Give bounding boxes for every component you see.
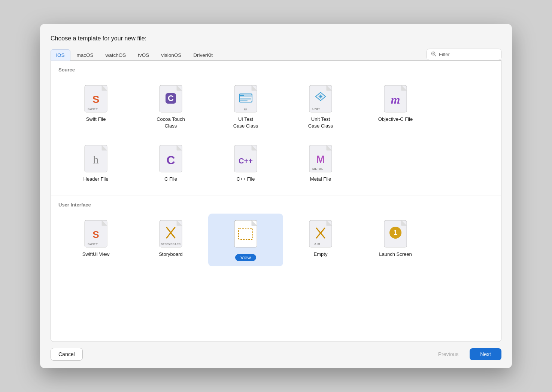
- svg-text:METAL: METAL: [312, 167, 323, 171]
- storyboard-label: Storyboard: [159, 251, 183, 258]
- svg-text:C++: C++: [239, 157, 253, 165]
- ui-section: User Interface S SWIFT SwiftUI View: [51, 196, 501, 274]
- tab-macos[interactable]: macOS: [71, 49, 99, 61]
- filter-input[interactable]: [439, 52, 491, 57]
- objective-c-icon: m: [382, 84, 409, 114]
- svg-text:STORYBOARD: STORYBOARD: [161, 243, 181, 245]
- tab-driverkit[interactable]: DriverKit: [188, 49, 218, 61]
- svg-text:UNIT: UNIT: [312, 107, 320, 111]
- ui-test-label: UI TestCase Class: [233, 116, 258, 129]
- filter-box[interactable]: [427, 49, 501, 60]
- empty-icon: XIB: [307, 219, 334, 249]
- svg-line-1: [435, 55, 436, 56]
- header-file-item[interactable]: h Header File: [58, 138, 133, 188]
- content-area: Source S SWIFT Swift File: [51, 61, 501, 342]
- ui-test-icon: UI: [232, 84, 259, 114]
- ui-items-grid: S SWIFT SwiftUI View: [58, 214, 494, 266]
- objective-c-item[interactable]: m Objective-C File: [358, 79, 433, 135]
- launch-screen-item[interactable]: 1 Launch Screen: [358, 214, 433, 266]
- view-item[interactable]: View: [208, 214, 283, 266]
- svg-text:XIB: XIB: [314, 242, 321, 246]
- objective-c-label: Objective-C File: [378, 116, 413, 123]
- swiftui-view-label: SwiftUI View: [82, 251, 110, 258]
- svg-rect-15: [240, 98, 251, 99]
- c-file-item[interactable]: C C File: [133, 138, 208, 188]
- view-icon: [232, 219, 259, 249]
- metal-file-item[interactable]: M METAL Metal File: [283, 138, 358, 188]
- filter-icon: [431, 51, 437, 58]
- cpp-file-icon: C++: [232, 144, 259, 174]
- header-file-icon: h: [82, 144, 109, 174]
- cocoa-touch-item[interactable]: C Cocoa TouchClass: [133, 79, 208, 135]
- unit-test-item[interactable]: UNIT Unit TestCase Class: [283, 79, 358, 135]
- launch-screen-label: Launch Screen: [379, 251, 412, 258]
- tab-visionos[interactable]: visionOS: [155, 49, 187, 61]
- svg-rect-16: [240, 100, 248, 101]
- footer-right: Previous Next: [431, 348, 501, 360]
- swiftui-view-icon: S SWIFT: [82, 219, 109, 249]
- cocoa-touch-icon: C: [157, 84, 184, 114]
- swiftui-view-item[interactable]: S SWIFT SwiftUI View: [58, 214, 133, 266]
- previous-button: Previous: [431, 348, 466, 360]
- next-button[interactable]: Next: [470, 348, 501, 360]
- dialog-title: Choose a template for your new file:: [51, 35, 501, 42]
- storyboard-item[interactable]: STORYBOARD Storyboard: [133, 214, 208, 266]
- storyboard-icon: STORYBOARD: [157, 219, 184, 249]
- empty-label: Empty: [314, 251, 328, 258]
- metal-file-icon: M METAL: [307, 144, 334, 174]
- svg-text:h: h: [93, 153, 99, 166]
- tabs-container: iOS macOS watchOS tvOS visionOS DriverKi…: [51, 49, 427, 60]
- cancel-button[interactable]: Cancel: [51, 348, 83, 361]
- tab-bar: iOS macOS watchOS tvOS visionOS DriverKi…: [51, 49, 501, 61]
- metal-file-label: Metal File: [310, 176, 331, 183]
- svg-text:M: M: [316, 153, 325, 165]
- svg-text:UI: UI: [244, 108, 248, 111]
- empty-item[interactable]: XIB Empty: [283, 214, 358, 266]
- svg-text:C: C: [168, 94, 174, 103]
- ui-test-item[interactable]: UI UI TestCase Class: [208, 79, 283, 135]
- svg-point-19: [319, 95, 322, 98]
- footer: Cancel Previous Next: [51, 342, 501, 361]
- tab-tvos[interactable]: tvOS: [132, 49, 155, 61]
- svg-text:S: S: [92, 229, 99, 240]
- svg-text:S: S: [92, 94, 100, 105]
- source-section: Source S SWIFT Swift File: [51, 61, 501, 196]
- svg-rect-14: [240, 95, 244, 96]
- svg-text:SWIFT: SWIFT: [88, 242, 98, 246]
- unit-test-icon: UNIT: [307, 84, 334, 114]
- unit-test-label: Unit TestCase Class: [308, 116, 333, 129]
- cocoa-touch-label: Cocoa TouchClass: [157, 116, 185, 129]
- header-file-label: Header File: [83, 176, 108, 183]
- swift-file-item[interactable]: S SWIFT Swift File: [58, 79, 133, 135]
- ui-section-title: User Interface: [58, 202, 494, 208]
- c-file-label: C File: [164, 176, 177, 183]
- swift-file-icon: S SWIFT: [82, 84, 109, 114]
- cpp-file-item[interactable]: C++ C++ File: [208, 138, 283, 188]
- c-file-icon: C: [157, 144, 184, 174]
- tab-ios[interactable]: iOS: [51, 49, 70, 61]
- svg-text:C: C: [166, 153, 175, 167]
- view-selected-label: View: [235, 254, 256, 261]
- cpp-file-label: C++ File: [236, 176, 255, 183]
- tab-watchos[interactable]: watchOS: [100, 49, 132, 61]
- svg-text:1: 1: [394, 229, 397, 236]
- source-section-title: Source: [58, 67, 494, 73]
- launch-screen-icon: 1: [382, 219, 409, 249]
- swift-file-label: Swift File: [86, 116, 106, 123]
- svg-text:SWIFT: SWIFT: [88, 107, 98, 111]
- source-items-grid: S SWIFT Swift File C: [58, 79, 494, 188]
- template-dialog: Choose a template for your new file: iOS…: [40, 24, 512, 368]
- svg-text:m: m: [391, 93, 400, 106]
